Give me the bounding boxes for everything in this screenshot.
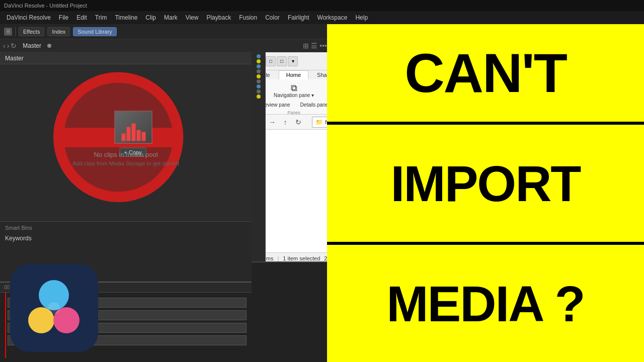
nav-controls: ‹ › ↻ bbox=[3, 42, 17, 50]
menu-color[interactable]: Color bbox=[262, 13, 283, 22]
svg-point-6 bbox=[48, 302, 60, 314]
media-pool-icon[interactable]: ☰ bbox=[4, 28, 12, 36]
import-text: IMPORT bbox=[391, 158, 581, 209]
menu-clip[interactable]: Clip bbox=[142, 13, 159, 22]
bar-5 bbox=[141, 132, 145, 141]
toolbar-icon-4[interactable]: ▾ bbox=[288, 56, 298, 66]
menu-mark[interactable]: Mark bbox=[160, 13, 181, 22]
ribbon-preview-row: Preview pane Details pane bbox=[256, 101, 332, 109]
menu-fusion[interactable]: Fusion bbox=[235, 13, 261, 22]
nav-refresh-btn[interactable]: ↻ bbox=[11, 42, 17, 50]
nav-pane-icon: ⧉ bbox=[291, 83, 297, 93]
menu-help[interactable]: Help bbox=[352, 13, 371, 22]
strip-indicator-4 bbox=[257, 69, 261, 73]
master-label: Master bbox=[19, 42, 45, 49]
master-title: Master bbox=[5, 55, 24, 62]
folder-icon: 📁 bbox=[315, 119, 323, 126]
bar-2 bbox=[126, 127, 130, 141]
strip-indicator-1 bbox=[257, 54, 261, 58]
ribbon-tab-home[interactable]: Home bbox=[279, 70, 308, 79]
toolbar-separator bbox=[15, 27, 16, 36]
playhead[interactable] bbox=[5, 293, 6, 358]
media-text: MEDIA ? bbox=[386, 279, 584, 329]
menu-view[interactable]: View bbox=[182, 13, 202, 22]
menu-davinci[interactable]: DaVinci Resolve bbox=[3, 13, 54, 22]
grid-view-btn[interactable]: ⊞ bbox=[303, 42, 309, 50]
media-pool-area[interactable]: + Copy No clips in media pool Add clips … bbox=[0, 64, 252, 221]
bar-chart bbox=[121, 121, 145, 141]
nav-refresh-button[interactable]: ↻ bbox=[293, 117, 304, 128]
bar-4 bbox=[136, 130, 140, 141]
menu-file[interactable]: File bbox=[55, 13, 72, 22]
ribbon-panes-row: ⧉ Navigation pane ▾ bbox=[270, 81, 318, 100]
media-thumbnail: + Copy bbox=[115, 111, 152, 143]
menu-bar: DaVinci Resolve File Edit Trim Timeline … bbox=[0, 11, 644, 24]
menu-trim[interactable]: Trim bbox=[92, 13, 111, 22]
status-sep-1: | bbox=[277, 255, 279, 261]
ribbon-navigation-pane-btn[interactable]: ⧉ Navigation pane ▾ bbox=[270, 81, 318, 100]
ribbon-group-panes: ⧉ Navigation pane ▾ Preview pane Details… bbox=[256, 81, 332, 115]
no-clips-subtitle: Add clips from Media Storage to get star… bbox=[72, 160, 179, 166]
thumbnail-image bbox=[115, 111, 152, 143]
strip-indicator-6 bbox=[257, 79, 261, 83]
title-text: DaVinci Resolve - Untitled Project bbox=[4, 3, 87, 9]
media-pool-panel: Master + Copy bbox=[0, 52, 252, 282]
menu-edit[interactable]: Edit bbox=[73, 13, 91, 22]
strip-indicator-5 bbox=[257, 74, 261, 78]
toolbar-icon-2[interactable]: □ bbox=[266, 56, 276, 66]
strip-indicator-8 bbox=[257, 89, 261, 94]
strip-indicator-3 bbox=[257, 64, 261, 68]
keywords-label[interactable]: Keywords bbox=[5, 234, 247, 243]
index-button[interactable]: Index bbox=[47, 27, 70, 36]
vertical-strips-panel bbox=[252, 52, 266, 261]
nav-up-button[interactable]: ↑ bbox=[280, 117, 291, 128]
menu-timeline[interactable]: Timeline bbox=[111, 13, 141, 22]
nav-back-btn[interactable]: ‹ bbox=[3, 42, 6, 50]
menu-fairlight[interactable]: Fairlight bbox=[284, 13, 313, 22]
strip-indicator-9 bbox=[257, 95, 261, 99]
status-selected: 1 item selected bbox=[283, 255, 320, 261]
list-view-btn[interactable]: ☰ bbox=[311, 42, 317, 50]
effects-button[interactable]: Effects bbox=[19, 27, 44, 36]
menu-playback[interactable]: Playback bbox=[203, 13, 234, 22]
cant-section: CAN'T bbox=[327, 24, 644, 122]
resolve-logo bbox=[10, 264, 98, 352]
view-controls: ⊞ ☰ ••• bbox=[303, 42, 327, 50]
media-section: MEDIA ? bbox=[327, 242, 644, 362]
more-btn[interactable]: ••• bbox=[319, 42, 327, 50]
master-indicator bbox=[47, 44, 51, 48]
nav-pane-label: Navigation pane ▾ bbox=[274, 93, 314, 98]
import-section: IMPORT bbox=[327, 122, 644, 242]
nav-fwd-btn[interactable]: › bbox=[7, 42, 10, 50]
thumbnail-content bbox=[115, 111, 152, 143]
youtube-thumbnail-overlay: CAN'T IMPORT MEDIA ? bbox=[327, 24, 644, 362]
strip-indicator-7 bbox=[257, 84, 261, 88]
nav-forward-button[interactable]: → bbox=[267, 117, 278, 128]
cant-text: CAN'T bbox=[405, 45, 567, 101]
strip-indicator-2 bbox=[257, 59, 261, 63]
no-clips-title: No clips in media pool bbox=[72, 151, 179, 158]
master-header: Master bbox=[0, 52, 252, 64]
title-bar: DaVinci Resolve - Untitled Project bbox=[0, 0, 644, 11]
bar-1 bbox=[121, 133, 125, 141]
menu-workspace[interactable]: Workspace bbox=[314, 13, 351, 22]
toolbar-icon-3[interactable]: □ bbox=[277, 56, 287, 66]
sound-library-button[interactable]: Sound Library bbox=[73, 27, 117, 36]
no-clips-message: No clips in media pool Add clips from Me… bbox=[72, 151, 179, 166]
bar-3 bbox=[131, 123, 135, 141]
smart-bins-label: Smart Bins bbox=[5, 225, 247, 231]
